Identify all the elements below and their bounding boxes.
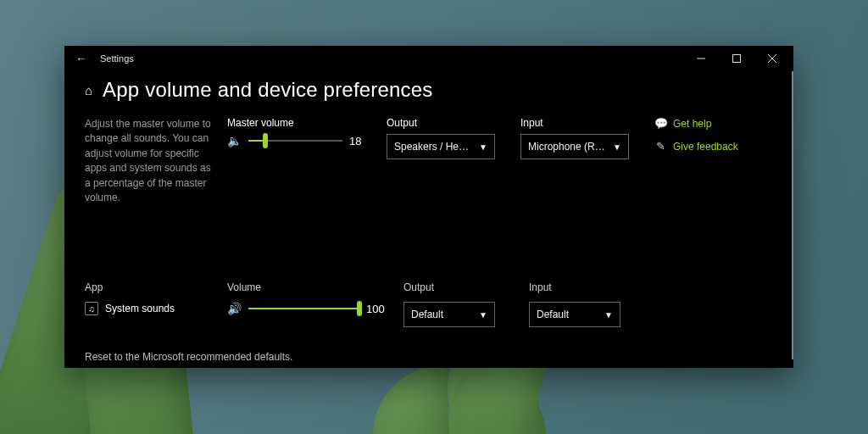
svg-rect-1	[733, 55, 741, 63]
feedback-icon: ✎	[654, 140, 666, 153]
chevron-down-icon: ▼	[479, 310, 487, 320]
master-input-label: Input	[520, 117, 639, 129]
master-output-value: Speakers / Headpho...	[394, 141, 474, 153]
speaker-icon[interactable]: 🔈	[227, 134, 242, 147]
reset-description: Reset to the Microsoft recommended defau…	[85, 351, 771, 363]
master-input-select[interactable]: Microphone (Realte... ▼	[520, 134, 629, 159]
master-volume-slider[interactable]	[248, 134, 342, 147]
system-sounds-icon: ♫	[85, 302, 98, 315]
get-help-label: Get help	[673, 118, 711, 130]
app-input-select[interactable]: Default ▼	[529, 302, 620, 327]
app-output-value: Default	[411, 309, 443, 320]
master-output-label: Output	[387, 117, 505, 129]
app-row-name: ♫ System sounds	[85, 302, 212, 315]
side-links: 💬 Get help ✎ Give feedback	[654, 117, 771, 163]
close-button[interactable]	[754, 46, 790, 71]
window-title: Settings	[100, 53, 134, 64]
give-feedback-label: Give feedback	[673, 141, 738, 153]
column-header-volume: Volume	[227, 281, 388, 293]
app-name-label: System sounds	[105, 303, 175, 314]
master-output-select[interactable]: Speakers / Headpho... ▼	[387, 134, 495, 159]
help-icon: 💬	[654, 117, 666, 130]
master-input-value: Microphone (Realte...	[528, 141, 608, 153]
vertical-scrollbar[interactable]	[792, 71, 793, 359]
speaker-icon[interactable]: 🔊	[227, 302, 242, 315]
content-area: ⌂ App volume and device preferences Adju…	[64, 71, 792, 368]
column-header-input: Input	[529, 281, 639, 293]
maximize-icon	[732, 54, 741, 63]
maximize-button[interactable]	[719, 46, 754, 71]
home-icon[interactable]: ⌂	[85, 83, 92, 97]
app-volume-slider[interactable]	[248, 302, 359, 315]
back-button[interactable]: ←	[73, 52, 90, 65]
close-icon	[768, 54, 776, 63]
chevron-down-icon: ▼	[604, 310, 613, 320]
give-feedback-link[interactable]: ✎ Give feedback	[654, 140, 771, 153]
column-header-output: Output	[403, 281, 514, 293]
titlebar: ← Settings	[64, 46, 793, 71]
column-header-app: App	[85, 281, 212, 293]
master-description: Adjust the master volume to change all s…	[85, 117, 212, 205]
get-help-link[interactable]: 💬 Get help	[654, 117, 771, 130]
chevron-down-icon: ▼	[479, 142, 487, 152]
chevron-down-icon: ▼	[613, 142, 621, 152]
settings-window: ← Settings ⌂ App volume and device prefe…	[64, 46, 793, 368]
minimize-button[interactable]	[683, 46, 719, 71]
app-volume-value: 100	[366, 303, 388, 315]
background-leaf	[370, 365, 453, 434]
master-volume-label: Master volume	[227, 117, 371, 129]
app-input-value: Default	[537, 309, 569, 320]
master-volume-value: 18	[349, 135, 371, 147]
minimize-icon	[697, 54, 705, 63]
app-output-select[interactable]: Default ▼	[403, 302, 495, 327]
page-title: App volume and device preferences	[103, 78, 433, 102]
